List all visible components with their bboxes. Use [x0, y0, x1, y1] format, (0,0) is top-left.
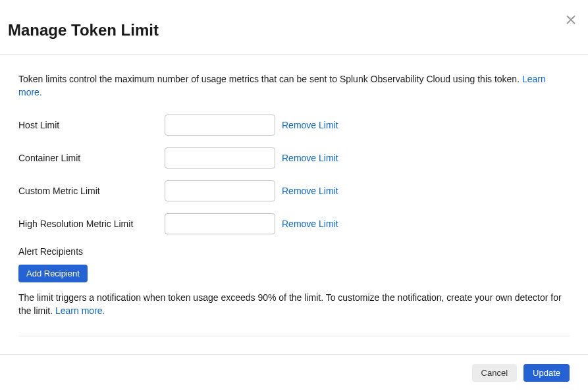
host-limit-remove-link[interactable]: Remove Limit — [282, 120, 338, 130]
custom-metric-limit-row: Custom Metric Limit Remove Limit — [18, 180, 570, 201]
alert-learn-more-link[interactable]: Learn more. — [55, 305, 105, 316]
high-resolution-limit-row: High Resolution Metric Limit Remove Limi… — [18, 213, 570, 234]
alert-recipients-label: Alert Recipients — [18, 246, 570, 257]
dialog-title: Manage Token Limit — [8, 21, 580, 39]
host-limit-label: Host Limit — [18, 120, 165, 130]
close-icon[interactable] — [566, 14, 576, 25]
dialog-footer: Cancel Update — [0, 354, 588, 391]
high-resolution-limit-input[interactable] — [165, 213, 275, 234]
host-limit-input[interactable] — [165, 115, 275, 136]
manage-token-limit-dialog: Manage Token Limit Token limits control … — [0, 0, 588, 391]
container-limit-input[interactable] — [165, 147, 275, 169]
high-resolution-limit-label: High Resolution Metric Limit — [18, 219, 165, 229]
custom-metric-limit-input[interactable] — [165, 180, 275, 201]
container-limit-remove-link[interactable]: Remove Limit — [282, 153, 338, 163]
custom-metric-limit-label: Custom Metric Limit — [18, 186, 165, 196]
intro-text: Token limits control the maximum number … — [18, 73, 570, 99]
dialog-header: Manage Token Limit — [0, 0, 588, 55]
alert-note: The limit triggers a notification when t… — [18, 292, 570, 336]
update-button[interactable]: Update — [523, 364, 570, 382]
high-resolution-limit-remove-link[interactable]: Remove Limit — [282, 219, 338, 229]
cancel-button[interactable]: Cancel — [472, 364, 517, 382]
host-limit-row: Host Limit Remove Limit — [18, 115, 570, 136]
container-limit-label: Container Limit — [18, 153, 165, 163]
dialog-body: Token limits control the maximum number … — [0, 55, 588, 354]
add-recipient-button[interactable]: Add Recipient — [18, 265, 88, 282]
intro-text-content: Token limits control the maximum number … — [18, 74, 522, 84]
container-limit-row: Container Limit Remove Limit — [18, 147, 570, 169]
custom-metric-limit-remove-link[interactable]: Remove Limit — [282, 186, 338, 196]
